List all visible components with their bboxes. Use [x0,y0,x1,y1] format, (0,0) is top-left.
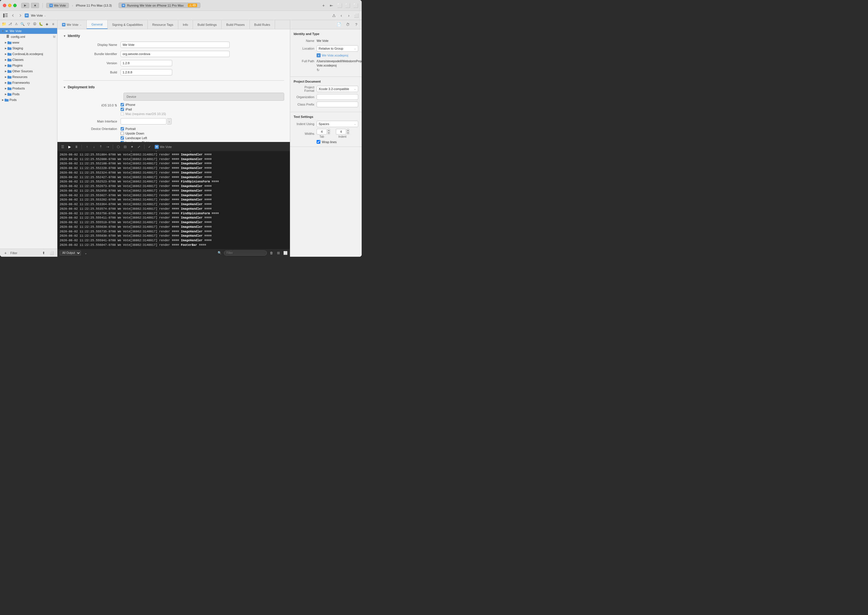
console-output[interactable]: 2020-08-02 11:22:24.746000-0700 We Vote[… [58,151,290,249]
sidebar-item-resources[interactable]: ▶ Resources [0,74,57,80]
sidebar-item-products[interactable]: ▶ Products [0,86,57,91]
warning-btn[interactable]: ⚠ [14,21,18,27]
nav-left[interactable]: ‹ [338,12,344,19]
add-file-btn[interactable]: + [2,250,9,256]
tab-width-up[interactable]: ▲ [328,129,330,132]
debug-continue[interactable]: ⇢ [105,144,111,150]
tab-build-phases[interactable]: Build Phases [222,20,249,29]
layout-icon-2[interactable]: ⬜ [344,2,351,9]
debug-toggle-btn[interactable]: ☰ [60,144,66,150]
filter-btn[interactable]: ▽ [27,21,31,27]
output-dropdown-icon[interactable]: ⌄ [84,251,87,255]
debug-memory-btn[interactable]: ⊟ [122,144,128,150]
add-tab-button[interactable]: + [320,2,327,9]
tab-build-settings[interactable]: Build Settings [193,20,222,29]
inspector-location-dropdown[interactable]: Relative to Group ⌄ [317,45,358,52]
tab-signing[interactable]: Signing & Capabilities [108,20,148,29]
stop-button[interactable]: ■ [31,3,39,8]
debug-step-over[interactable]: ↑ [84,144,90,150]
debug-step-into[interactable]: ↓ [91,144,97,150]
folder-icon-btn[interactable]: 📁 [2,21,6,27]
debug-simulate-btn-2[interactable]: ✓ [147,144,152,150]
inspector-help-btn[interactable]: ? [353,22,360,28]
refresh-path-btn[interactable]: ↻ [317,68,362,72]
sidebar-item-config-xml[interactable]: config.xml M [0,34,57,40]
landscape-left-checkbox[interactable] [120,136,124,140]
wrap-lines-checkbox[interactable] [317,140,320,144]
inspector-file-btn[interactable]: 📄 [336,22,342,28]
ipad-checkbox[interactable] [120,108,124,111]
sidebar-item-other-sources[interactable]: ▶ Other Sources [0,68,57,74]
portrait-checkbox[interactable] [120,127,124,131]
console-split-btn[interactable]: ⊞ [276,251,281,255]
run-button[interactable]: ▶ [21,3,29,8]
minimize-button[interactable] [8,4,11,7]
debug-play-btn[interactable]: ▶ [67,144,72,150]
inspector-history-btn[interactable]: ⏱ [344,22,351,28]
organization-input[interactable] [317,94,358,100]
console-filter-input[interactable] [224,250,267,256]
bundle-identifier-input[interactable] [120,51,230,57]
sidebar-item-frameworks[interactable]: ▶ Frameworks [0,80,57,86]
indent-width-input[interactable] [336,129,346,134]
sidebar-item-cordovalib[interactable]: ▶ CordovaLib.xcodeproj [0,51,57,57]
sidebar-item-staging[interactable]: ▶ Staging [0,45,57,51]
debug-btn[interactable]: 🐛 [39,21,43,27]
tab-build-rules[interactable]: Build Rules [250,20,275,29]
close-button[interactable] [3,4,6,7]
toolbar-nav-btn-1[interactable] [10,12,16,19]
display-name-input[interactable] [120,42,230,48]
maximize-button[interactable] [13,4,17,7]
sort-btn[interactable]: ⬆ [41,250,47,256]
indent-width-down[interactable]: ▼ [347,132,349,134]
test-btn[interactable]: ⦿ [33,21,37,27]
nav-icon-1[interactable]: ⇤ [328,2,335,9]
sidebar-toggle[interactable] [2,12,9,19]
inspector-toggle[interactable]: ⬜ [353,12,360,19]
class-prefix-input[interactable] [317,101,358,107]
source-control-btn[interactable]: ⎇ [8,21,13,27]
toolbar-nav-btn-2[interactable] [17,12,23,19]
sidebar-item-we-vote[interactable]: ▼ W We Vote [0,28,57,34]
debug-pause-btn[interactable]: ⏸ [74,144,79,150]
tab-we-vote[interactable]: W We Vote ⌄ [58,20,87,29]
debug-simulate-btn[interactable]: ⤢ [136,144,142,150]
tab-width-down[interactable]: ▼ [328,132,330,134]
scheme-selector[interactable]: W We Vote [46,3,69,8]
debug-locate-btn[interactable]: ✦ [129,144,135,150]
build-input[interactable] [120,69,172,75]
project-format-dropdown[interactable]: Xcode 3.2-compatible ⌄ [317,86,358,92]
layout-icon-1[interactable]: ⬜ [336,2,343,9]
sidebar-item-www[interactable]: ▶ www [0,40,57,45]
sidebar-item-classes[interactable]: ▶ Classes [0,57,57,62]
debug-step-out[interactable]: ⇡ [98,144,103,150]
activity-tab[interactable]: W Running We Vote on iPhone 11 Pro Max ⚠… [119,3,200,8]
sidebar-item-pods-sub[interactable]: ▶ Pods [0,91,57,97]
sidebar-item-pods-root[interactable]: ▶ Pods [0,97,57,103]
mac-checkbox[interactable] [120,112,124,116]
version-input[interactable] [120,60,172,66]
grid-btn[interactable]: ⬜ [48,250,55,256]
search-btn[interactable]: 🔍 [20,21,25,27]
tab-resource-tags[interactable]: Resource Tags [148,20,178,29]
tab-general[interactable]: General [87,20,107,29]
nav-right[interactable]: › [346,12,352,19]
indent-using-dropdown[interactable]: Spaces ⌄ [317,121,358,127]
main-interface-input[interactable] [120,118,166,125]
debug-view-btn[interactable]: ⬡ [116,144,121,150]
console-expand-btn[interactable]: ⬜ [283,251,288,255]
report-btn[interactable]: ≡ [51,21,55,27]
iphone-checkbox[interactable] [120,103,124,106]
layout-icon-3[interactable]: ⬜ [352,2,359,9]
main-interface-dropdown-btn[interactable]: ⌄ [167,118,172,125]
alert-icon[interactable]: ⚠ [331,12,337,19]
sidebar-item-plugins[interactable]: ▶ Plugins [0,62,57,68]
console-delete-btn[interactable]: 🗑 [269,251,274,255]
tab-width-input[interactable] [317,129,327,134]
upside-down-checkbox[interactable] [120,132,124,135]
breakpoint-btn[interactable]: ◈ [45,21,49,27]
xcodeproj-link[interactable]: X We Vote.xcodeproj [317,53,358,57]
output-selector[interactable]: All Output [60,250,81,256]
indent-width-up[interactable]: ▲ [347,129,349,132]
tab-info[interactable]: Info [178,20,193,29]
